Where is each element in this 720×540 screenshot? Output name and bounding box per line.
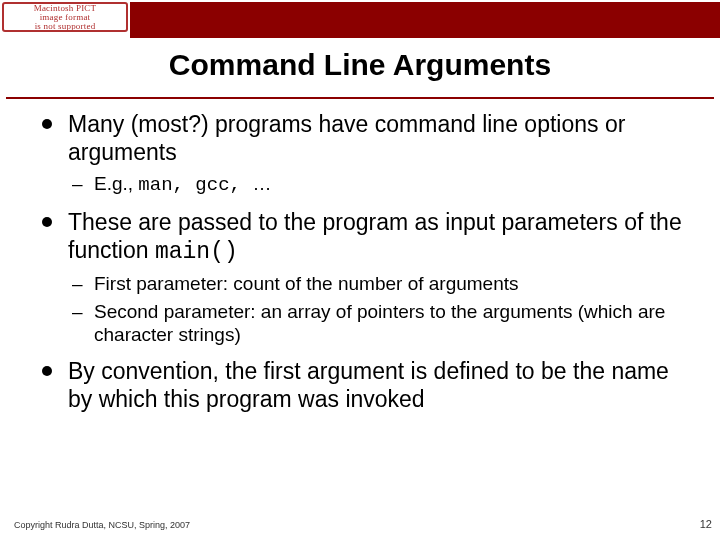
bullet-item: Many (most?) programs have command line …: [40, 110, 690, 198]
sub-text: …: [252, 173, 271, 194]
sub-text: Second parameter: an array of pointers t…: [94, 301, 665, 346]
pict-badge: Macintosh PICT image format is not suppo…: [2, 2, 128, 32]
bullet-text: By convention, the first argument is def…: [68, 358, 669, 412]
bullet-item: These are passed to the program as input…: [40, 208, 690, 347]
sub-item: Second parameter: an array of pointers t…: [68, 300, 690, 348]
slide-title: Command Line Arguments: [0, 48, 720, 82]
slide: Macintosh PICT image format is not suppo…: [0, 0, 720, 540]
sub-list: First parameter: count of the number of …: [68, 272, 690, 347]
sub-text: E.g.,: [94, 173, 138, 194]
title-divider: [6, 97, 714, 99]
bullet-list: Many (most?) programs have command line …: [40, 110, 690, 413]
code-text: main(): [155, 239, 238, 265]
sub-text: First parameter: count of the number of …: [94, 273, 519, 294]
badge-line: is not supported: [35, 22, 96, 31]
bullet-text: Many (most?) programs have command line …: [68, 111, 625, 165]
page-number: 12: [700, 518, 712, 530]
footer-copyright: Copyright Rudra Dutta, NCSU, Spring, 200…: [14, 520, 190, 530]
sub-list: E.g., man, gcc, …: [68, 172, 690, 198]
sub-item: E.g., man, gcc, …: [68, 172, 690, 198]
code-text: man, gcc,: [138, 174, 252, 196]
header-bar: [130, 2, 720, 38]
slide-body: Many (most?) programs have command line …: [40, 110, 690, 423]
bullet-item: By convention, the first argument is def…: [40, 357, 690, 413]
sub-item: First parameter: count of the number of …: [68, 272, 690, 296]
